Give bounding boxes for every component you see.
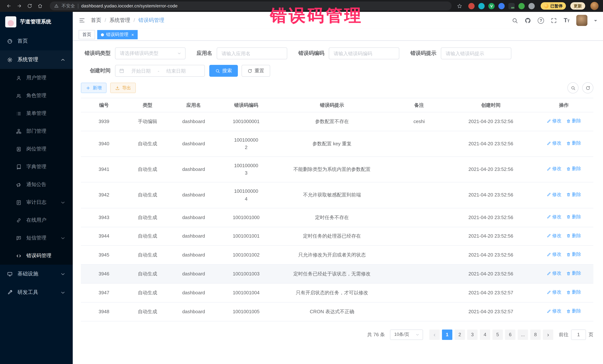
green-extension-icon[interactable] bbox=[518, 3, 525, 9]
edit-link[interactable]: 修改 bbox=[547, 270, 561, 277]
help-icon[interactable] bbox=[538, 17, 544, 23]
delete-link[interactable]: 删除 bbox=[566, 213, 581, 221]
sidebar-item-menus[interactable]: 菜单管理 bbox=[0, 105, 73, 122]
chevron-down-icon[interactable] bbox=[594, 20, 597, 23]
add-button[interactable]: 新增 bbox=[81, 83, 106, 93]
page-8-button[interactable]: 8 bbox=[530, 329, 541, 340]
sidebar-item-dev-tools[interactable]: 研发工具 bbox=[0, 283, 73, 302]
sidebar-item-label: 审计日志 bbox=[26, 199, 46, 206]
start-date-input[interactable] bbox=[127, 68, 155, 74]
sidebar-item-system[interactable]: 系统管理 bbox=[0, 50, 73, 69]
sidebar-item-sms[interactable]: 短信管理 bbox=[0, 229, 73, 247]
github-icon[interactable] bbox=[525, 17, 531, 23]
page-6-button[interactable]: 6 bbox=[505, 329, 515, 340]
address-bar[interactable]: 不安全 dashboard.yudao.iocoder.cn/system/er… bbox=[50, 1, 452, 10]
page-3-button[interactable]: 3 bbox=[467, 329, 477, 340]
breadcrumb-home[interactable]: 首页 bbox=[91, 17, 109, 24]
font-size-icon[interactable] bbox=[564, 17, 570, 23]
sidebar-item-label: 岗位管理 bbox=[26, 146, 46, 152]
browser-reload-icon[interactable] bbox=[25, 1, 34, 10]
sidebar-item-roles[interactable]: 角色管理 bbox=[0, 87, 73, 105]
logo-image bbox=[5, 16, 16, 27]
delete-link[interactable]: 删除 bbox=[566, 191, 581, 198]
page-2-button[interactable]: 2 bbox=[454, 329, 465, 340]
browser-home-icon[interactable] bbox=[36, 1, 45, 10]
cell-app: dashboard bbox=[168, 182, 219, 208]
app-logo[interactable]: 芋道管理系统 bbox=[0, 12, 73, 32]
cell-app: dashboard bbox=[168, 265, 219, 283]
sidebar-item-dicts[interactable]: 字典管理 bbox=[0, 158, 73, 176]
page-5-button[interactable]: 5 bbox=[492, 329, 503, 340]
sidebar-item-error-codes[interactable]: 错误码管理 bbox=[0, 247, 73, 265]
sidebar-item-posts[interactable]: 岗位管理 bbox=[0, 140, 73, 158]
app-name-input[interactable] bbox=[217, 47, 287, 59]
update-button[interactable]: 更新 bbox=[570, 2, 585, 10]
browser-profile-avatar[interactable] bbox=[590, 2, 599, 10]
breadcrumb-system[interactable]: 系统管理 bbox=[109, 17, 139, 24]
error-type-select[interactable]: 请选择错误码类型 bbox=[115, 47, 186, 59]
edit-link[interactable]: 修改 bbox=[547, 118, 561, 125]
edit-link[interactable]: 修改 bbox=[547, 140, 561, 147]
fullscreen-icon[interactable] bbox=[551, 17, 557, 23]
create-time-range-picker[interactable]: - bbox=[115, 65, 205, 77]
page-1-button[interactable]: 1 bbox=[442, 329, 452, 340]
delete-link[interactable]: 删除 bbox=[566, 308, 581, 315]
edit-link[interactable]: 修改 bbox=[547, 251, 561, 258]
edit-link[interactable]: 修改 bbox=[547, 213, 561, 221]
close-tab-icon[interactable] bbox=[131, 32, 134, 37]
blue-grid-extension-icon[interactable] bbox=[498, 3, 505, 9]
end-date-input[interactable] bbox=[162, 68, 191, 74]
sidebar-item-infrastructure[interactable]: 基础设施 bbox=[0, 265, 73, 283]
paused-badge[interactable]: 已暂停 bbox=[541, 2, 566, 10]
page-ellipsis-button[interactable]: ... bbox=[518, 329, 528, 340]
chevron-down-icon bbox=[60, 200, 66, 205]
edit-link[interactable]: 修改 bbox=[547, 191, 561, 198]
error-msg-input[interactable] bbox=[441, 47, 511, 59]
delete-link[interactable]: 删除 bbox=[566, 118, 581, 125]
delete-link[interactable]: 删除 bbox=[566, 232, 581, 240]
dark-on-extension-icon[interactable]: on bbox=[508, 3, 515, 9]
edit-link[interactable]: 修改 bbox=[547, 165, 561, 173]
delete-link[interactable]: 删除 bbox=[566, 140, 581, 147]
tab-error-code[interactable]: 错误码管理 bbox=[97, 30, 138, 39]
next-page-button[interactable] bbox=[543, 329, 553, 340]
delete-link[interactable]: 删除 bbox=[566, 251, 581, 258]
reset-button[interactable]: 重置 bbox=[242, 65, 270, 77]
error-code-input[interactable] bbox=[329, 47, 399, 59]
search-icon[interactable] bbox=[512, 17, 518, 23]
puzzle-extension-icon[interactable] bbox=[528, 3, 535, 9]
delete-link[interactable]: 删除 bbox=[566, 165, 581, 173]
page-size-select[interactable]: 10条/页 bbox=[390, 329, 423, 340]
prev-page-button[interactable] bbox=[429, 329, 440, 340]
user-avatar[interactable] bbox=[576, 15, 587, 26]
red-extension-icon[interactable] bbox=[468, 3, 475, 9]
sidebar-item-home[interactable]: 首页 bbox=[0, 32, 73, 50]
toggle-search-button[interactable] bbox=[567, 82, 579, 93]
sidebar-item-notices[interactable]: 通知公告 bbox=[0, 176, 73, 194]
sidebar-item-label: 菜单管理 bbox=[26, 110, 46, 117]
delete-link[interactable]: 删除 bbox=[566, 289, 581, 296]
sidebar-item-label: 通知公告 bbox=[26, 181, 46, 188]
green-v-extension-icon[interactable]: V bbox=[488, 3, 495, 9]
edit-link[interactable]: 修改 bbox=[547, 308, 561, 315]
goto-page-input[interactable] bbox=[571, 329, 586, 340]
edit-link[interactable]: 修改 bbox=[547, 232, 561, 240]
export-button[interactable]: 导出 bbox=[110, 83, 136, 93]
tab-home[interactable]: 首页 bbox=[79, 30, 95, 39]
refresh-table-button[interactable] bbox=[582, 82, 593, 93]
sidebar-item-users[interactable]: 用户管理 bbox=[0, 69, 73, 87]
bookmark-star-icon[interactable] bbox=[457, 3, 462, 9]
edit-icon bbox=[547, 141, 551, 145]
sidebar-item-depts[interactable]: 部门管理 bbox=[0, 122, 73, 140]
delete-link[interactable]: 删除 bbox=[566, 270, 581, 277]
search-button[interactable]: 搜索 bbox=[209, 65, 238, 77]
sidebar-item-online-users[interactable]: 在线用户 bbox=[0, 211, 73, 229]
table-row: 3942自动生成dashboard1001000004不允许获取敏感配置到前端2… bbox=[81, 182, 593, 208]
page-4-button[interactable]: 4 bbox=[480, 329, 490, 340]
browser-back-icon[interactable] bbox=[4, 1, 13, 10]
edit-link[interactable]: 修改 bbox=[547, 289, 561, 296]
sidebar-item-audit-logs[interactable]: 审计日志 bbox=[0, 194, 73, 211]
collapse-sidebar-icon[interactable] bbox=[79, 17, 85, 24]
teal-extension-icon[interactable] bbox=[478, 3, 485, 9]
browser-forward-icon[interactable] bbox=[15, 1, 24, 10]
